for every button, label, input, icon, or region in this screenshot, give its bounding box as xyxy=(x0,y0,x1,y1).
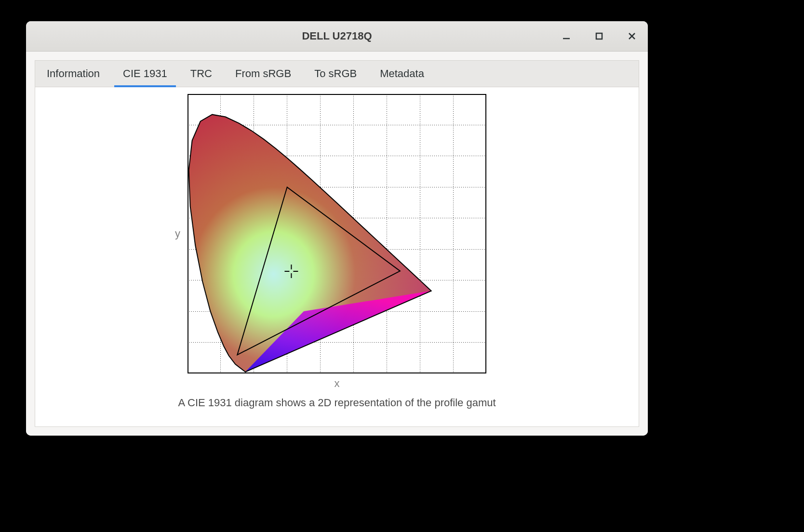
x-axis-label: x xyxy=(335,377,340,390)
window-controls xyxy=(558,21,640,51)
window: DELL U2718Q Information C xyxy=(26,21,648,436)
tab-to-srgb[interactable]: To sRGB xyxy=(303,61,368,87)
close-button[interactable] xyxy=(624,28,640,44)
tab-content: x y A CIE 1931 diagram shows a 2D repres… xyxy=(35,87,639,427)
tab-metadata[interactable]: Metadata xyxy=(368,61,436,87)
window-title: DELL U2718Q xyxy=(302,30,372,42)
close-icon xyxy=(627,31,637,41)
spectral-locus xyxy=(189,115,431,372)
minimize-icon xyxy=(562,31,571,41)
svg-rect-1 xyxy=(596,33,602,39)
tab-information[interactable]: Information xyxy=(35,61,111,87)
tab-from-srgb[interactable]: From sRGB xyxy=(224,61,303,87)
tabbar: Information CIE 1931 TRC From sRGB To sR… xyxy=(35,60,639,87)
tab-cie-1931[interactable]: CIE 1931 xyxy=(111,61,179,87)
minimize-button[interactable] xyxy=(558,28,575,44)
titlebar: DELL U2718Q xyxy=(26,21,648,52)
maximize-button[interactable] xyxy=(591,28,607,44)
cie-chart: x y xyxy=(188,94,486,373)
chart-caption: A CIE 1931 diagram shows a 2D representa… xyxy=(178,397,496,409)
chart-svg xyxy=(188,94,486,373)
y-axis-label: y xyxy=(175,227,180,240)
tab-trc[interactable]: TRC xyxy=(179,61,224,87)
maximize-icon xyxy=(595,32,603,40)
client-area: Information CIE 1931 TRC From sRGB To sR… xyxy=(26,52,648,436)
